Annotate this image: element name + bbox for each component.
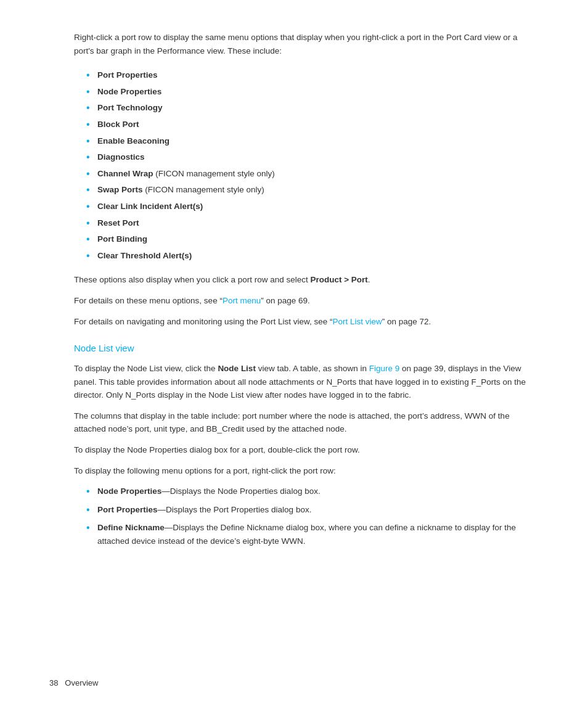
node-list-para-4: To display the following menu options fo… [74,464,539,478]
port-list-view-link[interactable]: Port List view [332,317,382,326]
list-item-diagnostics: Diagnostics [86,150,539,164]
list-item-clear-threshold: Clear Threshold Alert(s) [86,249,539,263]
port-menu-ref-text: For details on these menu options, see “… [74,294,539,308]
list-item-reset-port: Reset Port [86,216,539,230]
list-item-node-properties: Node Properties [86,85,539,99]
list-item-block-port: Block Port [86,118,539,131]
list-item-port-technology: Port Technology [86,101,539,115]
port-menu-link[interactable]: Port menu [223,296,261,305]
list-item-enable-beaconing: Enable Beaconing [86,134,539,148]
menu-options-list: Port Properties Node Properties Port Tec… [86,68,539,262]
list-item-node-properties-desc: Node Properties—Displays the Node Proper… [86,485,539,498]
node-list-view-heading: Node List view [74,343,539,353]
section-label: Overview [65,678,98,688]
list-item-port-binding: Port Binding [86,232,539,246]
page-footer: 38 Overview [49,678,99,688]
figure-9-link[interactable]: Figure 9 [369,364,400,373]
list-item-clear-link: Clear Link Incident Alert(s) [86,200,539,213]
node-list-para-3: To display the Node Properties dialog bo… [74,443,539,457]
node-menu-options-list: Node Properties—Displays the Node Proper… [86,485,539,548]
list-item-define-nickname-desc: Define Nickname—Displays the Define Nick… [86,521,539,548]
intro-paragraph: Right-click a port row to display the sa… [74,31,539,57]
port-list-ref-text: For details on navigating and monitoring… [74,315,539,329]
list-item-channel-wrap: Channel Wrap (FICON management style onl… [86,167,539,181]
node-list-para-2: The columns that display in the table in… [74,409,539,436]
list-item-port-properties: Port Properties [86,68,539,82]
product-port-text: These options also display when you clic… [74,273,539,287]
node-list-para-1: To display the Node List view, click the… [74,362,539,402]
list-item-swap-ports: Swap Ports (FICON management style only) [86,183,539,197]
list-item-port-properties-desc: Port Properties—Displays the Port Proper… [86,503,539,517]
page-number: 38 [49,678,58,688]
